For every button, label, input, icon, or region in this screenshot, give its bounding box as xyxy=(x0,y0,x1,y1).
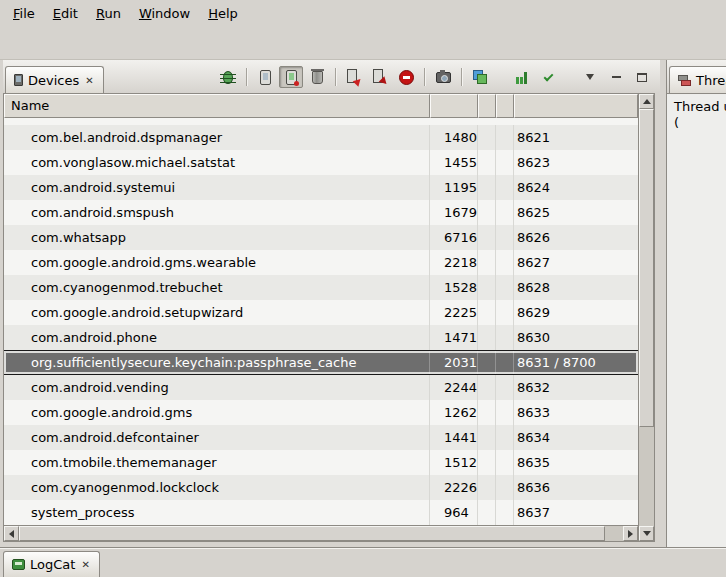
process-port-cell: 8633 xyxy=(514,400,638,425)
process-pid-cell: 1679 xyxy=(430,200,478,225)
menu-help[interactable]: Help xyxy=(199,2,247,25)
table-row[interactable]: com.vonglasow.michael.satstat 14553 8623 xyxy=(4,150,638,175)
cause-gc-button[interactable] xyxy=(305,66,329,88)
empty-cell xyxy=(478,275,496,300)
table-row[interactable]: com.android.systemui 1195 8624 xyxy=(4,175,638,200)
process-port-cell: 8636 xyxy=(514,475,638,500)
capture-video-icon xyxy=(473,70,487,84)
vertical-scrollbar[interactable] xyxy=(638,94,654,541)
process-pid-cell: 1512 xyxy=(430,450,478,475)
process-port-cell: 8631 / 8700 xyxy=(514,351,638,374)
table-row[interactable]: com.google.android.setupwizard 22250 862… xyxy=(4,300,638,325)
logcat-tab-label: LogCat xyxy=(30,557,75,572)
toolbar-separator xyxy=(424,68,425,86)
system-trace-icon xyxy=(515,70,529,84)
process-port-cell: 8626 xyxy=(514,225,638,250)
table-row[interactable]: com.android.defcontainer 14411 8634 xyxy=(4,425,638,450)
process-port-cell: 8632 xyxy=(514,375,638,400)
empty-cell xyxy=(496,225,514,250)
menu-run[interactable]: Run xyxy=(87,2,130,25)
screen-capture-icon xyxy=(436,72,451,83)
arrow-down-icon xyxy=(643,531,651,536)
table-row[interactable]: com.android.phone 1471 8630 xyxy=(4,325,638,350)
empty-cell xyxy=(496,250,514,275)
table-row[interactable]: com.bel.android.dspmanager 1480 8621 xyxy=(4,125,638,150)
close-icon[interactable]: ✕ xyxy=(84,75,94,86)
table-row[interactable]: com.android.smspush 1679 8625 xyxy=(4,200,638,225)
table-row[interactable]: com.tmobile.thememanager 1512 8635 xyxy=(4,450,638,475)
table-row[interactable]: com.cyanogenmod.lockclock 22265 8636 xyxy=(4,475,638,500)
process-name-cell: com.whatsapp xyxy=(4,225,430,250)
process-port-cell: 8630 xyxy=(514,325,638,350)
capture-video-button[interactable] xyxy=(468,66,492,88)
tab-devices[interactable]: Devices ✕ xyxy=(5,66,104,93)
empty-cell xyxy=(496,425,514,450)
table-row[interactable]: com.google.android.gms.wearable 22185 86… xyxy=(4,250,638,275)
column-header-empty[interactable] xyxy=(430,94,478,118)
empty-cell xyxy=(496,175,514,200)
tab-logcat[interactable]: LogCat ✕ xyxy=(3,551,100,577)
toolbar-separator xyxy=(461,68,462,86)
logcat-bar: LogCat ✕ xyxy=(0,547,726,577)
process-pid-cell: 22250 xyxy=(430,300,478,325)
threads-icon xyxy=(678,74,691,86)
process-port-cell: 8637 xyxy=(514,500,638,525)
empty-cell xyxy=(496,150,514,175)
table-row[interactable]: com.google.android.gms 12623 8633 xyxy=(4,400,638,425)
devices-view: Devices ✕ xyxy=(0,60,660,547)
empty-cell xyxy=(496,325,514,350)
process-name-cell: com.bel.android.dspmanager xyxy=(4,125,430,150)
horizontal-scroll-thumb[interactable] xyxy=(19,526,605,541)
column-header-empty[interactable] xyxy=(496,94,514,118)
empty-cell xyxy=(496,351,514,374)
process-name-cell: com.android.smspush xyxy=(4,200,430,225)
empty-cell xyxy=(478,150,496,175)
process-name-cell: com.android.defcontainer xyxy=(4,425,430,450)
table-row[interactable]: com.android.vending 22440 8632 xyxy=(4,375,638,400)
process-name-cell: com.tmobile.thememanager xyxy=(4,450,430,475)
chevron-down-icon xyxy=(586,74,594,80)
start-tracing-button[interactable] xyxy=(536,66,560,88)
table-row[interactable]: org.sufficientlysecure.keychain:passphra… xyxy=(4,350,638,375)
update-threads-button[interactable] xyxy=(342,66,366,88)
empty-cell xyxy=(478,125,496,150)
process-port-cell: 8627 xyxy=(514,250,638,275)
column-header-empty[interactable] xyxy=(514,94,638,118)
empty-cell xyxy=(496,500,514,525)
view-menu-button[interactable] xyxy=(578,66,602,88)
maximize-button[interactable] xyxy=(630,66,654,88)
threads-message-line1: Thread up xyxy=(674,99,719,115)
table-row[interactable]: com.whatsapp 6716 8626 xyxy=(4,225,638,250)
menu-window[interactable]: Window xyxy=(130,2,199,25)
method-profiling-button[interactable] xyxy=(368,66,392,88)
close-icon[interactable]: ✕ xyxy=(80,559,90,570)
screen-capture-button[interactable] xyxy=(431,66,455,88)
stop-process-button[interactable] xyxy=(394,66,418,88)
system-trace-button[interactable] xyxy=(510,66,534,88)
minimize-icon xyxy=(612,76,621,78)
update-heap-button[interactable] xyxy=(253,66,277,88)
cause-gc-icon xyxy=(312,71,323,84)
minimize-button[interactable] xyxy=(604,66,628,88)
scroll-left-button[interactable] xyxy=(4,526,19,541)
menu-bar: File Edit Run Window Help xyxy=(0,0,726,26)
menu-edit[interactable]: Edit xyxy=(44,2,87,25)
debug-button[interactable] xyxy=(216,66,240,88)
tab-threads[interactable]: Threa xyxy=(669,66,726,93)
dump-hprof-button[interactable] xyxy=(279,66,303,88)
scroll-up-button[interactable] xyxy=(639,94,654,109)
empty-cell xyxy=(478,400,496,425)
menu-file[interactable]: File xyxy=(4,2,44,25)
process-pid-cell: 22185 xyxy=(430,250,478,275)
horizontal-scrollbar[interactable] xyxy=(4,525,638,541)
logcat-icon xyxy=(12,559,25,570)
table-row[interactable]: com.cyanogenmod.trebuchet 1528 8628 xyxy=(4,275,638,300)
table-row[interactable]: system_process 964 8637 xyxy=(4,500,638,525)
scroll-down-button[interactable] xyxy=(639,526,654,541)
empty-cell xyxy=(478,175,496,200)
empty-cell xyxy=(496,475,514,500)
vertical-scroll-thumb[interactable] xyxy=(639,109,654,427)
column-header-empty[interactable] xyxy=(478,94,496,118)
scroll-right-button[interactable] xyxy=(623,526,638,541)
column-header-name[interactable]: Name xyxy=(4,94,430,118)
